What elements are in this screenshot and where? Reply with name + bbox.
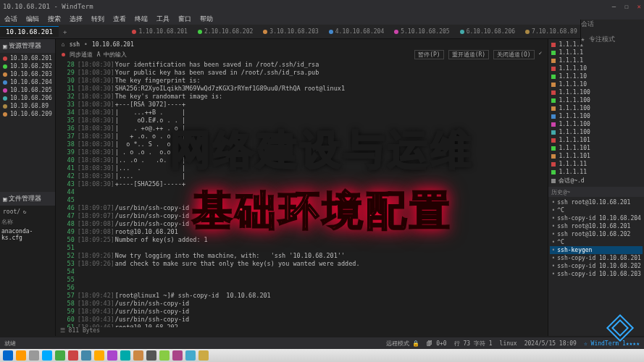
taskbar[interactable] — [0, 349, 644, 362]
session-ip-item[interactable]: 7.10.10.68.89 — [522, 28, 580, 35]
address-item[interactable]: 1.1.1.101 — [550, 136, 643, 144]
close-button[interactable]: ✕ — [637, 3, 641, 10]
address-item[interactable]: 1.1.1.10 — [550, 72, 643, 80]
history-item[interactable]: •ssh-keygen — [550, 246, 643, 254]
taskbar-app-icon[interactable] — [146, 350, 156, 361]
history-item[interactable]: •ssh-copy-id 10.10.68.201 — [550, 254, 643, 262]
address-item[interactable]: 1.1.1.11 — [550, 168, 643, 176]
history-item[interactable]: •ssh root@10.10.68.202 — [550, 230, 643, 238]
channel-dropdown[interactable]: ✓ — [539, 50, 543, 59]
session-ip-item[interactable]: 1.10.10.68.201 — [129, 28, 190, 35]
menu-item[interactable]: 搜索 — [48, 14, 61, 24]
address-item[interactable]: 1.1.1.11 — [550, 160, 643, 168]
line-text: The key fingerprint is: — [115, 77, 545, 85]
menu-item[interactable]: 编辑 — [26, 14, 39, 24]
history-item[interactable]: •ssh-copy-id 10.10.68.204 — [550, 214, 643, 222]
address-item[interactable]: 1.1.1.100 — [550, 112, 643, 120]
taskbar-app-icon[interactable] — [159, 350, 170, 361]
taskbar-app-icon[interactable] — [81, 350, 91, 361]
history-item[interactable]: •^C — [550, 206, 643, 214]
menu-item[interactable]: 选择 — [70, 14, 83, 24]
address-item[interactable]: 1.1.1.101 — [550, 152, 643, 160]
history-item[interactable]: •ssh root@10.10.68.201 — [550, 198, 643, 206]
crumb-host[interactable]: 10.10.68.201 — [92, 41, 134, 48]
taskbar-app-icon[interactable] — [172, 350, 183, 361]
taskbar-app-icon[interactable] — [185, 350, 196, 361]
taskbar-app-icon[interactable] — [3, 350, 13, 361]
menu-item[interactable]: 查看 — [113, 14, 126, 24]
crumb-protocol[interactable]: ssh — [70, 41, 80, 48]
file-manager-header[interactable]: ▣ 文件管理器 — [0, 192, 55, 206]
minimize-button[interactable]: — — [612, 3, 616, 10]
history-item[interactable]: •ssh-copy-id 10.10.68.202 — [550, 262, 643, 270]
taskbar-app-icon[interactable] — [198, 350, 209, 361]
host-item[interactable]: 10.10.68.209 — [1, 110, 54, 118]
taskbar-app-icon[interactable] — [29, 350, 39, 361]
history-item[interactable]: •^C — [550, 238, 643, 246]
host-item[interactable]: 10.10.68.203 — [1, 70, 54, 78]
line-text: /usr/bin/ssh-copy-id — [115, 300, 545, 308]
line-number: 44 — [59, 188, 78, 196]
status-brand[interactable]: ☆ WindTerm 1★★★★ — [584, 340, 640, 347]
menu-item[interactable]: 转到 — [91, 14, 104, 24]
address-item[interactable]: 1.1.1.100 — [550, 96, 643, 104]
address-item[interactable]: 1.1.1.1 — [550, 56, 643, 64]
history-item[interactable]: •ssh root@10.10.68.201 — [550, 222, 643, 230]
maximize-button[interactable]: ☐ — [624, 3, 628, 10]
taskbar-app-icon[interactable] — [68, 350, 78, 361]
host-item[interactable]: 10.10.68.206 — [1, 94, 54, 102]
breadcrumb: ⌂ ssh • 10.10.68.201 — [56, 39, 548, 49]
terminal-line: 54 — [59, 268, 545, 276]
session-ip-item[interactable]: 4.10.10.68.204 — [326, 28, 387, 35]
new-tab-button[interactable]: + — [59, 28, 71, 35]
host-item[interactable]: 10.10.68.89 — [1, 102, 54, 110]
menu-item[interactable]: 工具 — [156, 14, 170, 24]
address-item[interactable]: 1.1.1.100 — [550, 104, 643, 112]
taskbar-app-icon[interactable] — [55, 350, 65, 361]
focus-mode-toggle[interactable]: ★ 专注模式 — [581, 35, 640, 44]
menu-item[interactable]: 帮助 — [200, 14, 213, 24]
host-item[interactable]: 10.10.68.204 — [1, 78, 54, 86]
history-panel-header[interactable]: 历史@~ — [548, 187, 644, 197]
address-item[interactable]: 1.1.1.101 — [550, 144, 643, 152]
refresh-icon[interactable]: ↻ — [23, 209, 27, 215]
address-item[interactable]: 1.1.1.100 — [550, 128, 643, 136]
active-session-tab[interactable]: 10.10.68.201 — [0, 26, 59, 37]
host-item[interactable]: 10.10.68.201 — [1, 54, 54, 62]
address-item[interactable]: 1.1.1.100 — [550, 120, 643, 128]
color-swatch-icon — [551, 114, 556, 119]
address-item[interactable]: 1.1.1.10 — [550, 64, 643, 72]
file-manager-path[interactable]: root/ ↻ — [1, 207, 54, 216]
file-item[interactable]: anaconda-ks.cfg — [1, 227, 54, 242]
taskbar-app-icon[interactable] — [42, 350, 52, 361]
address-item[interactable]: 1.1.1.100 — [550, 88, 643, 96]
taskbar-app-icon[interactable] — [16, 350, 26, 361]
reopen-channel-button[interactable]: 重开通道(R) — [448, 50, 489, 59]
host-item[interactable]: 10.10.68.202 — [1, 62, 54, 70]
menu-item[interactable]: 终端 — [135, 14, 148, 24]
host-item[interactable]: 10.10.68.205 — [1, 86, 54, 94]
menu-item[interactable]: 窗口 — [178, 14, 191, 24]
session-ip-item[interactable]: 3.10.10.68.203 — [260, 28, 321, 35]
home-icon[interactable]: ⌂ — [62, 41, 65, 48]
session-ip-item[interactable]: 6.10.10.68.206 — [457, 28, 518, 35]
address-item[interactable]: 1.1.1.1 — [550, 49, 643, 56]
menu-item[interactable]: 会话 — [4, 14, 17, 24]
address-item[interactable]: 会话@~.d — [550, 176, 643, 185]
taskbar-app-icon[interactable] — [133, 350, 143, 361]
status-dot-icon — [132, 30, 136, 34]
session-ip-item[interactable]: 5.10.10.68.205 — [391, 28, 452, 35]
taskbar-app-icon[interactable] — [120, 350, 130, 361]
status-mode[interactable]: 远程模式 🔒 — [386, 340, 420, 348]
history-item[interactable]: •ssh-copy-id 10.10.68.203 — [550, 270, 643, 278]
taskbar-app-icon[interactable] — [94, 350, 104, 361]
session-ip-item[interactable]: 2.10.10.68.202 — [195, 28, 256, 35]
explorer-panel-header[interactable]: ▣ 资源管理器 — [0, 39, 55, 53]
pause-button[interactable]: 暂停(P) — [414, 50, 443, 59]
terminal-output[interactable]: 28[18:08:30]Your identification has been… — [56, 59, 548, 327]
taskbar-app-icon[interactable] — [107, 350, 117, 361]
close-channel-button[interactable]: 关闭通道(O) — [493, 50, 534, 59]
address-item[interactable]: 1.1.1.10 — [550, 80, 643, 88]
line-number: 55 — [59, 276, 78, 284]
right-top-label[interactable]: 会话 — [581, 20, 640, 29]
